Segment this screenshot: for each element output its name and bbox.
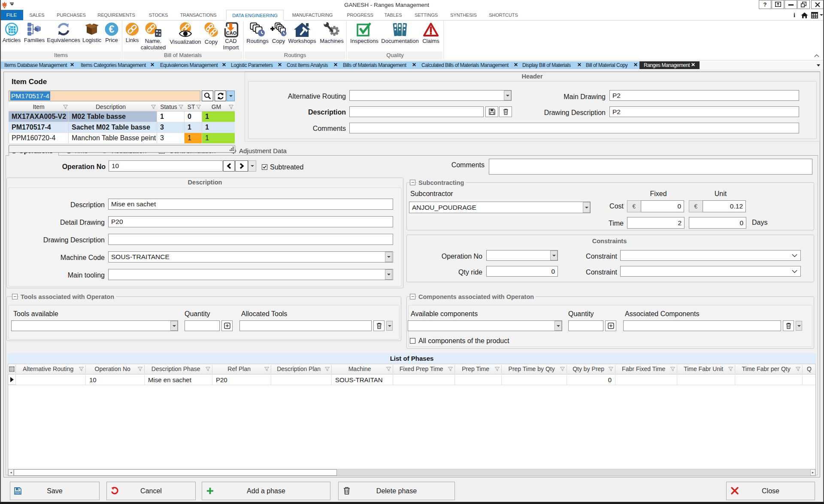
svg-text:CAO: CAO [226,30,237,36]
